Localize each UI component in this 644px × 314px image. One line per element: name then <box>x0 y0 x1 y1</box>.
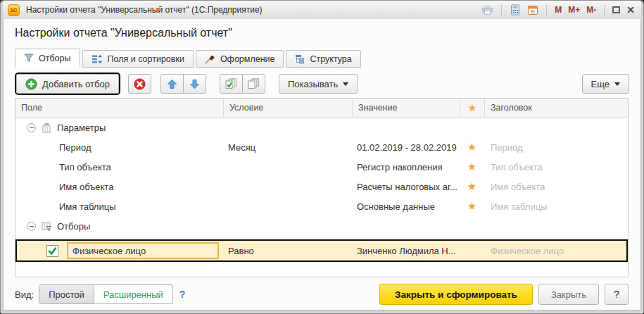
condition-cell: Месяц <box>223 142 352 153</box>
move-up-button[interactable] <box>160 74 184 94</box>
title-cell: Тип объекта <box>484 162 628 172</box>
field-cell: Тип объекта <box>15 162 223 172</box>
row-checkbox[interactable] <box>46 245 58 257</box>
move-down-button[interactable] <box>183 74 206 94</box>
value-cell: 01.02.2019 - 28.02.2019 <box>352 142 460 153</box>
table-row-object-name[interactable]: Имя объекта Расчеты налоговых аг... ★ Им… <box>15 177 628 196</box>
more-dropdown-label: Еще <box>591 79 610 89</box>
help-button[interactable]: ? <box>605 284 629 305</box>
view-help-link[interactable]: ? <box>179 289 186 300</box>
chevron-down-icon <box>614 82 620 89</box>
title-cell: Имя таблицы <box>484 201 628 212</box>
form-content: Настройки отчета "Универсальный отчет" О… <box>3 19 641 310</box>
value-cell: Зинченко Людмила Н... <box>352 246 460 256</box>
divider <box>546 5 547 15</box>
tab-appearance[interactable]: Оформление <box>196 50 284 68</box>
tab-bar: Отборы Поля и сортировки Оформление Стру… <box>15 49 640 68</box>
calculator-icon[interactable] <box>510 4 521 15</box>
add-filter-button[interactable]: Добавить отбор <box>16 74 119 94</box>
star-icon[interactable]: ★ <box>460 161 484 173</box>
fields-sort-icon <box>91 54 103 64</box>
table-row-object-type[interactable]: Тип объекта Регистр накопления ★ Тип объ… <box>15 157 628 177</box>
table-row-period[interactable]: Период Месяц 01.02.2019 - 28.02.2019 ★ П… <box>15 137 628 157</box>
page-title: Настройки отчета "Универсальный отчет" <box>15 27 640 39</box>
window-title: Настройки отчета "Универсальный отчет" (… <box>26 5 263 15</box>
title-cell: Имя объекта <box>484 182 628 192</box>
structure-icon <box>295 54 305 64</box>
brush-icon <box>205 54 215 64</box>
title-controls: 31 M M+ M- ✕ <box>481 4 635 15</box>
tab-filters[interactable]: Отборы <box>15 49 80 68</box>
column-header-field[interactable]: Поле <box>15 99 223 117</box>
tab-structure[interactable]: Структура <box>286 50 360 68</box>
field-cell: Имя объекта <box>15 182 223 192</box>
star-icon[interactable]: ★ <box>460 180 484 193</box>
table-row-individual-selected[interactable]: Физическое лицо Равно Зинченко Людмила Н… <box>15 239 628 262</box>
title-cell: Физическое лицо <box>484 246 626 256</box>
calendar-icon[interactable]: 31 <box>527 4 538 15</box>
show-dropdown-label: Показывать <box>288 79 338 89</box>
active-field-cell[interactable]: Физическое лицо <box>67 242 219 259</box>
tab-label: Структура <box>310 54 351 64</box>
arrow-down-icon <box>189 79 200 89</box>
memory-m-minus-button[interactable]: M- <box>586 5 596 15</box>
arrow-up-icon <box>167 79 177 89</box>
column-header-condition[interactable]: Условие <box>223 99 352 117</box>
group-label: Отборы <box>57 221 90 232</box>
maximize-icon[interactable] <box>612 6 620 13</box>
collapse-icon[interactable] <box>27 222 36 231</box>
footer-bar: Вид: Простой Расширенный ? Закрыть и сфо… <box>15 283 629 306</box>
close-and-generate-button[interactable]: Закрыть и сформировать <box>379 284 533 305</box>
filter-table-icon <box>41 221 52 232</box>
value-cell: Расчеты налоговых аг... <box>352 182 460 192</box>
parameters-icon <box>41 123 52 133</box>
collapse-icon[interactable] <box>27 123 36 132</box>
funnel-icon <box>24 54 34 63</box>
close-button[interactable]: Закрыть <box>538 284 599 305</box>
show-dropdown-button[interactable]: Показывать <box>279 74 358 94</box>
column-header-star-icon[interactable]: ★ <box>460 99 484 117</box>
divider <box>501 5 502 15</box>
value-cell: Регистр накопления <box>352 162 460 172</box>
condition-cell: Равно <box>223 246 352 256</box>
table-row-table-name[interactable]: Имя таблицы Основные данные ★ Имя таблиц… <box>15 196 628 216</box>
move-buttons <box>160 74 206 94</box>
star-icon[interactable]: ★ <box>460 141 484 153</box>
group-label: Параметры <box>57 123 106 133</box>
view-simple-button[interactable]: Простой <box>39 285 94 303</box>
filters-toolbar: Добавить отбор <box>15 73 629 95</box>
delete-filter-button[interactable] <box>128 74 151 94</box>
uncheck-all-button[interactable] <box>242 74 265 94</box>
field-cell: Имя таблицы <box>15 201 223 212</box>
add-plus-icon <box>25 78 37 90</box>
pages-check-icon <box>225 78 237 89</box>
delete-icon <box>134 78 146 90</box>
print-icon[interactable] <box>481 4 493 15</box>
close-icon[interactable]: ✕ <box>626 5 635 15</box>
pages-icon <box>247 78 260 89</box>
divider <box>604 5 605 15</box>
tab-label: Отборы <box>39 54 71 63</box>
tab-label: Оформление <box>220 54 275 64</box>
check-buttons <box>220 74 265 94</box>
column-header-value[interactable]: Значение <box>352 99 460 117</box>
star-icon[interactable]: ★ <box>460 200 484 213</box>
1c-logo-icon: 1С <box>8 4 20 16</box>
view-label: Вид: <box>15 289 34 300</box>
memory-m-button[interactable]: M <box>555 5 562 15</box>
tab-fields-sorting[interactable]: Поля и сортировки <box>82 50 194 68</box>
tab-label: Поля и сортировки <box>108 54 184 64</box>
table-row-group-parameters[interactable]: Параметры <box>15 118 628 137</box>
filters-table: Поле Условие Значение ★ Заголовок Параме… <box>15 98 629 277</box>
table-row-group-filters[interactable]: Отборы <box>15 216 628 236</box>
column-header-title[interactable]: Заголовок <box>484 99 628 117</box>
svg-text:31: 31 <box>531 9 536 14</box>
title-cell: Период <box>484 142 628 153</box>
more-dropdown-button[interactable]: Еще <box>582 74 629 94</box>
view-extended-button[interactable]: Расширенный <box>94 285 172 303</box>
table-header: Поле Условие Значение ★ Заголовок <box>15 99 628 118</box>
field-cell: Период <box>15 142 223 153</box>
check-all-button[interactable] <box>220 74 243 94</box>
memory-m-plus-button[interactable]: M+ <box>568 5 580 15</box>
title-bar: 1С Настройки отчета "Универсальный отчет… <box>3 1 641 19</box>
